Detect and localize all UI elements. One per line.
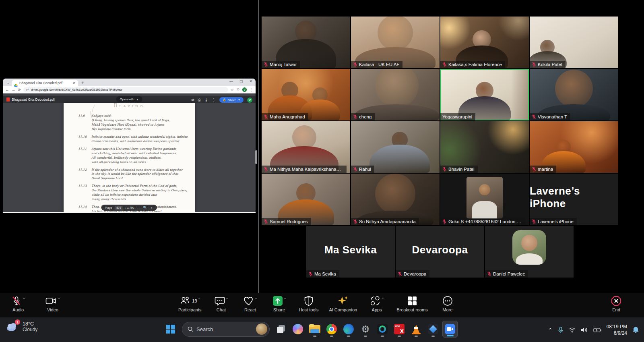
current-page[interactable]: 879 [115,206,123,210]
reload-icon[interactable]: ⟳ [18,87,21,92]
participant-name-tag: Yogaswarupini [440,113,475,120]
participant-name-tag: martina [530,166,556,173]
participant-tile-bhavin-patel[interactable]: Bhavin Patel [440,121,529,173]
participant-tile-goko-s-447885281642-london[interactable]: Goko S +447885281642 London (… [440,174,529,225]
participant-name-tag: Visvanathan T [530,113,570,120]
participant-tile-laverne-s-iphone[interactable]: Laverne’s iPhoneLaverne’s iPhone [530,174,618,225]
taskbar-app-edge[interactable] [341,321,356,338]
total-pages: / 1,790 [126,206,134,209]
participant-tile-kailasa-s-fatima-florence[interactable]: Kailasa,s Fatima Florence [440,17,529,68]
participant-tile-devaroopa[interactable]: DevaroopaDevaroopa [396,226,484,278]
participant-tile-maha-anugrahad[interactable]: Maha Anugrahad [262,69,350,120]
search-input[interactable]: Search [182,322,270,337]
battery-icon[interactable] [593,327,601,333]
tab-close-icon[interactable]: ✕ [72,81,76,85]
participant-tile-martina[interactable]: martina [530,121,618,173]
drive-account-avatar[interactable]: V [247,97,252,103]
participant-tile-ma-sevika[interactable]: Ma SevikaMa Sevika [306,226,395,278]
toolbar-more[interactable]: More [438,295,457,312]
search-highlight-image[interactable] [256,323,267,335]
forward-icon[interactable]: → [12,87,16,92]
open-with-button[interactable]: Open with▼ [116,96,142,102]
toolbar-apps[interactable]: ^Apps [367,295,386,312]
mic-icon[interactable] [558,327,564,334]
participant-tile-sri-nithya-amrtapanananda[interactable]: Sri Nithya Amrtapanananda [351,174,440,225]
tab-search-chevron-icon[interactable]: ⌄ [5,80,11,85]
clock-date: 6/9/24 [607,330,627,336]
share-button[interactable]: 🔒 Share ▼ [219,97,244,103]
toolbar-share[interactable]: ^Share [270,295,288,312]
wifi-icon[interactable] [569,327,576,333]
bookmark-star-icon[interactable]: ☆ [231,88,234,92]
toolbar-react[interactable]: ^React [241,295,259,312]
window-maximize-button[interactable]: ▢ [239,79,243,83]
chevron-up-icon[interactable]: ^ [284,297,286,302]
apps-icon [370,296,380,306]
toolbar-participants[interactable]: 19^Participants [178,295,201,312]
taskbar-app-file-explorer[interactable] [307,321,322,338]
zoom-tool-icon[interactable]: 🔍 [143,206,147,209]
taskbar-app-chrome[interactable] [324,321,339,338]
chevron-up-icon[interactable]: ^ [255,297,257,302]
participant-tile-daniel-pawelec[interactable]: Daniel Pawelec [485,226,574,278]
chevron-up-icon[interactable]: ^ [226,297,228,302]
start-button[interactable] [163,321,178,338]
taskbar-app-pdf-reader[interactable]: PDFX [392,321,407,338]
taskbar-app-webex[interactable] [375,321,390,338]
taskbar-app-photos[interactable] [425,321,441,338]
taskbar-app-zoom[interactable] [442,321,458,338]
chevron-up-icon[interactable]: ^ [198,297,200,302]
participant-tile-kokila-patel[interactable]: Kokila Patel [530,17,618,68]
chevron-up-icon[interactable]: ^ [58,297,60,302]
chevron-up-icon[interactable]: ⌃ [548,327,553,333]
toolbar-chat[interactable]: ^Chat [212,295,230,312]
site-info-icon[interactable]: ⇄ [26,88,29,91]
window-minimize-button[interactable]: — [229,79,233,83]
zoom-in-icon[interactable]: ＋ [150,205,153,210]
chevron-up-icon[interactable]: ^ [23,297,25,302]
volume-icon[interactable] [581,327,588,333]
new-tab-button[interactable]: + [81,80,84,85]
chrome-menu-icon[interactable]: ⋮ [250,88,253,92]
extensions-icon[interactable]: ⟐ [237,87,239,92]
verse: 11.10Infinite mouths and eyes, with infi… [78,135,190,144]
toolbar-audio[interactable]: ^Audio [9,295,27,312]
popout-icon[interactable]: ⧉ [192,97,194,102]
scrollbar-thumb[interactable] [255,150,257,164]
participant-tile-kailasa-uk-eu-af[interactable]: Kailasa - UK EU AF [351,17,440,68]
download-icon[interactable]: ⭳ [204,97,208,102]
chevron-up-icon[interactable]: ^ [382,297,384,302]
address-bar[interactable]: ⇄ drive.google.com/file/d/1kW_0zTsLcn3Nz… [23,87,228,92]
notification-bell-icon[interactable] [632,326,639,334]
search-placeholder: Search [196,326,253,332]
back-icon[interactable]: ← [5,87,9,92]
video-gallery: Manoj TalwarKailasa - UK EU AFKailasa,s … [262,17,619,278]
taskbar-app-task-view[interactable] [273,321,289,338]
participant-tile-samuel-rodrigues[interactable]: Samuel Rodrigues [262,174,350,225]
weather-widget[interactable]: 1 18°C Cloudy [6,321,37,332]
participant-tile-cheng[interactable]: cheng [351,69,440,120]
pdf-page: Blazing 11.9Sañjaya said:O King, having … [64,103,195,212]
taskbar-app-settings[interactable]: ⚙ [358,321,373,338]
toolbar-end[interactable]: End [607,295,625,312]
zoom-out-icon[interactable]: — [137,206,140,209]
participant-tile-manoj-talwar[interactable]: Manoj Talwar [262,17,350,68]
taskbar-app-copilot[interactable] [290,321,305,338]
toolbar-video[interactable]: ^Video [43,295,62,312]
toolbar-ai-companion[interactable]: AI Companion [329,295,357,312]
participant-tile-yogaswarupini[interactable]: Yogaswarupini [440,69,529,120]
print-icon[interactable]: ⎙ [198,97,201,102]
participant-tile-ma-nithya-maha-kalpavrikshananda[interactable]: Ma Nithya Maha Kalpavrikshananda [262,121,350,173]
browser-tab[interactable]: Bhagavad Gita Decoded.pdf ✕ [12,80,78,86]
toolbar-breakout-rooms[interactable]: Breakout rooms [396,295,428,312]
chrome-profile-avatar[interactable]: V [242,87,247,92]
more-options-icon[interactable]: ⋮ [212,97,216,102]
window-close-button[interactable]: ✕ [249,79,252,83]
participant-tile-rahul[interactable]: Rahul [351,121,440,173]
tab-title: Bhagavad Gita Decoded.pdf [19,81,71,85]
toolbar-host-tools[interactable]: Host tools [299,295,318,312]
taskbar-app-vlc[interactable] [409,321,424,338]
shield-icon [304,296,314,306]
taskbar-clock[interactable]: 08:19 PM 6/9/24 [607,323,627,336]
participant-tile-visvanathan-t[interactable]: Visvanathan T [530,69,618,120]
